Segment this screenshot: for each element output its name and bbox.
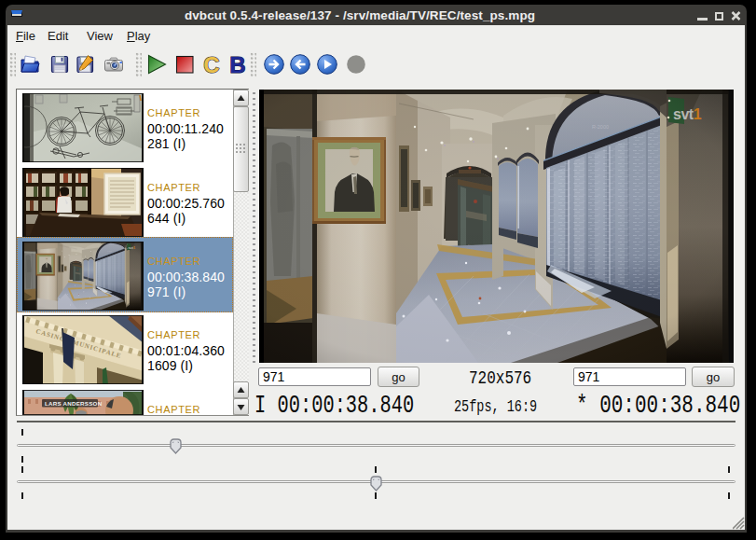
svg-text:C: C <box>203 53 219 76</box>
svg-text:CASINO · MUNICIPALE: CASINO · MUNICIPALE <box>34 327 122 360</box>
svg-text:B: B <box>229 53 245 76</box>
svg-text:LARS ANDERSSON: LARS ANDERSSON <box>45 400 103 407</box>
